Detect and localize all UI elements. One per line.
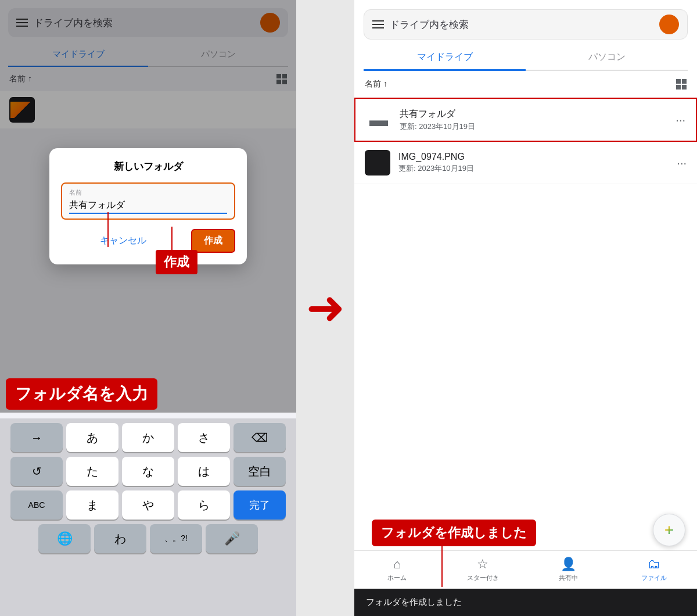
fab-plus-icon: + <box>664 521 674 539</box>
grid-view-icon-right[interactable] <box>676 79 687 89</box>
dialog-title: 新しいフォルダ <box>61 160 235 173</box>
connector-line-1 <box>171 227 173 250</box>
nav-home[interactable]: ⌂ ホーム <box>354 557 440 582</box>
star-icon: ☆ <box>477 557 488 572</box>
toast-bar: フォルダを作成しました <box>354 589 697 616</box>
kb-key-ra[interactable]: ら <box>178 490 230 520</box>
left-panel: ドライブ内を検索 マイドライブ パソコン 名前 ↑ 新しいフォルダ <box>0 0 296 616</box>
file-info-right: IMG_0974.PNG 更新: 2023年10月19日 <box>398 152 669 174</box>
file-date-right: 更新: 2023年10月19日 <box>398 163 669 174</box>
folder-name-input[interactable]: 共有フォルダ <box>69 199 227 214</box>
folder-name: 共有フォルダ <box>400 108 667 120</box>
nav-starred[interactable]: ☆ スター付き <box>440 557 526 582</box>
folder-info: 共有フォルダ 更新: 2023年10月19日 <box>400 108 667 132</box>
kb-row-4: 🌐 わ 、。?! 🎤 <box>2 524 294 553</box>
folder-date: 更新: 2023年10月19日 <box>400 121 667 132</box>
kb-key-ha[interactable]: は <box>178 457 230 486</box>
menu-icon-right[interactable] <box>372 20 384 28</box>
toast-text: フォルダを作成しました <box>366 597 462 608</box>
files-icon: 🗂 <box>648 557 660 572</box>
bottom-nav: ⌂ ホーム ☆ スター付き 👤 共有中 🗂 ファイル <box>354 550 697 587</box>
search-text-right: ドライブ内を検索 <box>390 18 653 31</box>
connector-line-2 <box>107 212 109 247</box>
annotation-toast-label: フォルダを作成しました <box>372 520 536 546</box>
shared-icon: 👤 <box>561 557 576 572</box>
file-name-right: IMG_0974.PNG <box>398 152 669 162</box>
right-panel: ドライブ内を検索 マイドライブ パソコン 名前 ↑ ▬ 共有フォルダ 更新: 2… <box>354 0 697 616</box>
kb-key-done[interactable]: 完了 <box>233 490 286 520</box>
tab-mydrive-right[interactable]: マイドライブ <box>364 45 526 71</box>
right-arrow-icon: ➜ <box>306 285 345 331</box>
create-button[interactable]: 作成 <box>191 229 235 253</box>
kb-row-1: → あ か さ ⌫ <box>2 423 294 452</box>
kb-key-ma[interactable]: ま <box>66 490 118 520</box>
phone-screen-left: ドライブ内を検索 マイドライブ パソコン 名前 ↑ 新しいフォルダ <box>0 0 296 418</box>
folder-more-button[interactable]: ··· <box>676 113 685 127</box>
kb-key-abc[interactable]: ABC <box>10 490 63 520</box>
nav-starred-label: スター付き <box>467 574 499 582</box>
kb-key-ta[interactable]: た <box>66 457 118 486</box>
kb-key-na[interactable]: な <box>122 457 174 486</box>
kb-key-wa[interactable]: わ <box>94 524 146 553</box>
folder-svg: ▬ <box>369 109 388 131</box>
kb-key-sa[interactable]: さ <box>178 423 230 452</box>
file-header-right: 名前 ↑ <box>354 71 697 98</box>
kb-row-2: ↺ た な は 空白 <box>2 457 294 486</box>
search-bar-right[interactable]: ドライブ内を検索 <box>364 9 688 40</box>
dialog-input-group[interactable]: 名前 共有フォルダ <box>61 182 235 220</box>
kb-key-punct[interactable]: 、。?! <box>150 524 202 553</box>
nav-shared-label: 共有中 <box>559 574 578 582</box>
cancel-button[interactable]: キャンセル <box>61 229 185 253</box>
kb-key-globe[interactable]: 🌐 <box>38 524 91 553</box>
file-more-button[interactable]: ··· <box>677 156 687 170</box>
arrow-section: ➜ <box>296 0 354 616</box>
folder-item[interactable]: ▬ 共有フォルダ 更新: 2023年10月19日 ··· <box>354 98 697 142</box>
kb-row-3: ABC ま や ら 完了 <box>2 490 294 520</box>
nav-shared[interactable]: 👤 共有中 <box>526 557 612 582</box>
file-item-right[interactable]: IMG_0974.PNG 更新: 2023年10月19日 ··· <box>354 142 697 184</box>
home-icon: ⌂ <box>393 557 401 572</box>
fab-button[interactable]: + <box>653 514 685 546</box>
nav-files-label: ファイル <box>641 574 667 582</box>
kb-key-arrow[interactable]: → <box>10 423 63 452</box>
nav-files[interactable]: 🗂 ファイル <box>612 557 698 582</box>
kb-key-ya[interactable]: や <box>122 490 174 520</box>
connector-line-right <box>441 546 443 587</box>
folder-icon: ▬ <box>366 107 391 132</box>
kb-key-ka[interactable]: か <box>122 423 174 452</box>
kb-key-delete[interactable]: ⌫ <box>233 423 286 452</box>
dialog-buttons: キャンセル 作成 <box>61 229 235 253</box>
kb-key-a[interactable]: あ <box>66 423 118 452</box>
tab-pc-right[interactable]: パソコン <box>526 45 688 70</box>
keyboard-area: → あ か さ ⌫ ↺ た な は 空白 ABC ま や ら 完了 🌐 わ 、。… <box>0 418 296 616</box>
new-folder-dialog: 新しいフォルダ 名前 共有フォルダ キャンセル 作成 <box>49 148 247 264</box>
kb-key-undo[interactable]: ↺ <box>10 457 63 486</box>
kb-key-mic[interactable]: 🎤 <box>206 524 258 553</box>
dialog-overlay: 新しいフォルダ 名前 共有フォルダ キャンセル 作成 <box>0 0 296 413</box>
dialog-input-label: 名前 <box>69 188 227 197</box>
nav-home-label: ホーム <box>387 574 407 582</box>
annotation-create: 作成 <box>156 250 197 274</box>
avatar-right[interactable] <box>659 15 679 34</box>
tabs-right: マイドライブ パソコン <box>364 45 688 71</box>
img-thumb <box>365 150 390 176</box>
kb-key-space[interactable]: 空白 <box>233 457 286 486</box>
annotation-enter-label: フォルダ名を入力 <box>6 378 157 410</box>
